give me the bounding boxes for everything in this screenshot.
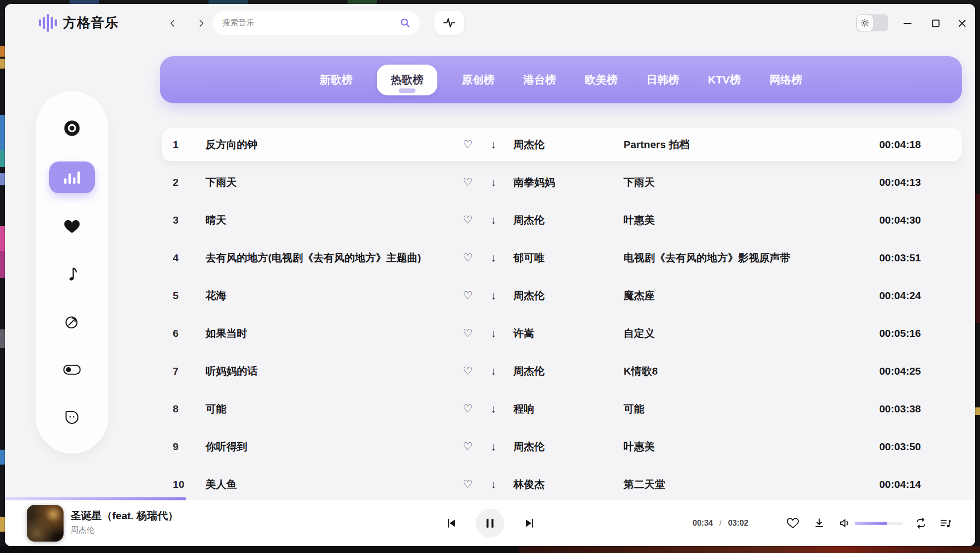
song-row[interactable]: 7 听妈妈的话 ♡ ↓ 周杰伦 K情歌8 00:04:25 xyxy=(162,355,962,388)
tab-新歌榜[interactable]: 新歌榜 xyxy=(315,73,357,87)
song-artist[interactable]: 程响 xyxy=(513,393,534,425)
favorite-icon[interactable]: ♡ xyxy=(460,317,475,350)
song-title[interactable]: 花海 xyxy=(206,279,226,312)
song-rank: 4 xyxy=(173,241,198,274)
sidebar-item-settings[interactable] xyxy=(57,355,87,384)
song-row[interactable]: 4 去有风的地方(电视剧《去有风的地方》主题曲) ♡ ↓ 郁可唯 电视剧《去有风… xyxy=(162,241,962,274)
tab-原创榜[interactable]: 原创榜 xyxy=(457,73,499,87)
song-artist[interactable]: 南拳妈妈 xyxy=(513,166,555,199)
album-art[interactable] xyxy=(27,505,64,542)
download-current-button[interactable] xyxy=(812,500,827,546)
song-row[interactable]: 2 下雨天 ♡ ↓ 南拳妈妈 下雨天 00:04:13 xyxy=(162,166,962,199)
play-pause-button[interactable] xyxy=(476,509,504,538)
song-title[interactable]: 去有风的地方(电视剧《去有风的地方》主题曲) xyxy=(206,241,421,274)
song-artist[interactable]: 周杰伦 xyxy=(513,430,545,463)
song-album[interactable]: K情歌8 xyxy=(624,355,658,388)
song-title[interactable]: 听妈妈的话 xyxy=(206,355,258,388)
download-icon[interactable]: ↓ xyxy=(486,166,501,199)
sidebar-item-local-music[interactable] xyxy=(57,260,87,289)
song-title[interactable]: 美人鱼 xyxy=(206,468,237,501)
song-artist[interactable]: 郁可唯 xyxy=(513,241,545,274)
download-icon[interactable]: ↓ xyxy=(486,204,501,237)
volume-slider[interactable] xyxy=(855,522,903,525)
previous-button[interactable] xyxy=(443,500,460,546)
download-icon[interactable]: ↓ xyxy=(486,128,501,161)
maximize-button[interactable] xyxy=(928,16,943,31)
tab-港台榜[interactable]: 港台榜 xyxy=(519,73,560,87)
song-album[interactable]: 可能 xyxy=(624,393,644,425)
favorite-icon[interactable]: ♡ xyxy=(460,430,475,463)
repeat-button[interactable] xyxy=(913,500,929,546)
song-row[interactable]: 8 可能 ♡ ↓ 程响 可能 00:03:38 xyxy=(162,393,962,425)
song-row[interactable]: 1 反方向的钟 ♡ ↓ 周杰伦 Partners 拍档 00:04:18 xyxy=(162,128,962,161)
favorite-icon[interactable]: ♡ xyxy=(460,279,475,312)
song-title[interactable]: 下雨天 xyxy=(206,166,237,199)
song-artist[interactable]: 周杰伦 xyxy=(513,128,545,161)
desktop-fragment xyxy=(0,251,5,278)
song-artist[interactable]: 许嵩 xyxy=(513,317,534,350)
favorite-icon[interactable]: ♡ xyxy=(460,241,475,274)
favorite-icon[interactable]: ♡ xyxy=(460,204,475,237)
song-title[interactable]: 反方向的钟 xyxy=(206,128,258,161)
song-album[interactable]: 叶惠美 xyxy=(624,204,655,237)
song-row[interactable]: 10 美人鱼 ♡ ↓ 林俊杰 第二天堂 00:04:14 xyxy=(162,468,962,501)
repeat-icon xyxy=(914,517,927,529)
desktop-edge-top xyxy=(0,0,980,4)
download-icon[interactable]: ↓ xyxy=(486,430,501,463)
volume-button[interactable] xyxy=(837,500,853,546)
song-title[interactable]: 你听得到 xyxy=(206,430,247,463)
sidebar-item-discover[interactable] xyxy=(57,308,87,336)
song-album[interactable]: 下雨天 xyxy=(624,166,655,199)
download-icon[interactable]: ↓ xyxy=(486,468,501,501)
song-album[interactable]: 魔杰座 xyxy=(624,279,655,312)
tab-KTV榜[interactable]: KTV榜 xyxy=(703,73,745,87)
tab-热歌榜[interactable]: 热歌榜 xyxy=(377,65,437,95)
song-artist[interactable]: 周杰伦 xyxy=(513,279,545,312)
favorite-icon[interactable]: ♡ xyxy=(460,393,475,425)
song-artist[interactable]: 周杰伦 xyxy=(513,204,545,237)
desktop-fragment xyxy=(70,0,99,4)
sidebar-item-profile[interactable] xyxy=(57,403,87,432)
song-album[interactable]: Partners 拍档 xyxy=(624,128,690,161)
theme-toggle[interactable] xyxy=(856,14,888,31)
download-icon[interactable]: ↓ xyxy=(486,393,501,425)
minimize-button[interactable] xyxy=(900,16,915,31)
song-album[interactable]: 电视剧《去有风的地方》影视原声带 xyxy=(624,241,790,274)
favorite-icon[interactable]: ♡ xyxy=(460,166,475,199)
tab-日韩榜[interactable]: 日韩榜 xyxy=(642,73,684,87)
sidebar-item-rankings[interactable] xyxy=(49,161,95,193)
back-button[interactable] xyxy=(166,17,179,30)
close-button[interactable] xyxy=(955,16,970,31)
search-input[interactable] xyxy=(221,18,399,28)
download-icon[interactable]: ↓ xyxy=(486,241,501,274)
desktop-fragment xyxy=(209,0,248,4)
song-row[interactable]: 5 花海 ♡ ↓ 周杰伦 魔杰座 00:04:24 xyxy=(162,279,962,312)
favorite-icon[interactable]: ♡ xyxy=(460,128,475,161)
song-row[interactable]: 6 如果当时 ♡ ↓ 许嵩 自定义 00:05:16 xyxy=(162,317,962,350)
song-title[interactable]: 如果当时 xyxy=(206,317,247,350)
download-icon[interactable]: ↓ xyxy=(486,317,501,350)
song-album[interactable]: 叶惠美 xyxy=(624,430,655,463)
song-artist[interactable]: 林俊杰 xyxy=(513,468,545,501)
audio-effects-button[interactable] xyxy=(434,11,464,35)
favorite-current-button[interactable] xyxy=(785,500,800,546)
song-title[interactable]: 可能 xyxy=(206,393,226,425)
tab-欧美榜[interactable]: 欧美榜 xyxy=(580,73,622,87)
song-row[interactable]: 3 晴天 ♡ ↓ 周杰伦 叶惠美 00:04:30 xyxy=(162,204,962,237)
playlist-button[interactable] xyxy=(938,500,954,546)
song-album[interactable]: 第二天堂 xyxy=(624,468,665,501)
favorite-icon[interactable]: ♡ xyxy=(460,468,475,501)
sidebar-item-disc[interactable] xyxy=(57,114,87,143)
download-icon[interactable]: ↓ xyxy=(486,279,501,312)
song-title[interactable]: 晴天 xyxy=(206,204,226,237)
sidebar-item-favorites[interactable] xyxy=(57,212,87,241)
favorite-icon[interactable]: ♡ xyxy=(460,355,475,388)
forward-button[interactable] xyxy=(195,17,208,30)
search-icon[interactable] xyxy=(399,17,411,29)
song-artist[interactable]: 周杰伦 xyxy=(513,355,545,388)
download-icon[interactable]: ↓ xyxy=(486,355,501,388)
next-button[interactable] xyxy=(521,500,538,546)
song-row[interactable]: 9 你听得到 ♡ ↓ 周杰伦 叶惠美 00:03:50 xyxy=(162,430,962,463)
tab-网络榜[interactable]: 网络榜 xyxy=(765,73,807,87)
song-album[interactable]: 自定义 xyxy=(624,317,655,350)
